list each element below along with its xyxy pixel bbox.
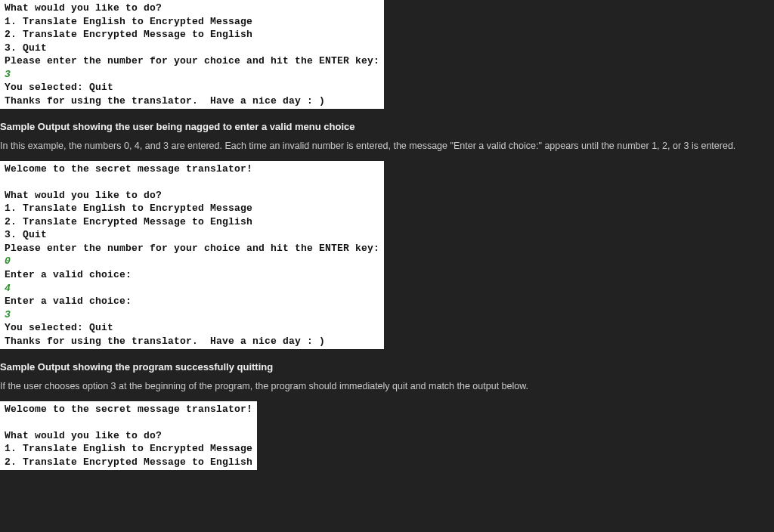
console-line: What would you like to do? — [5, 2, 379, 15]
console-blank-line — [5, 416, 252, 429]
console-user-input: 3 — [5, 68, 379, 82]
console-user-input: 4 — [5, 282, 379, 295]
console-line: 1. Translate English to Encrypted Messag… — [5, 442, 252, 456]
console-line: Enter a valid choice: — [5, 295, 379, 308]
console-user-input: 3 — [5, 308, 379, 322]
console-output-1: What would you like to do? 1. Translate … — [0, 0, 384, 109]
console-line: Thanks for using the translator. Have a … — [5, 335, 379, 348]
console-line: You selected: Quit — [5, 321, 379, 335]
console-line: Please enter the number for your choice … — [5, 242, 379, 255]
console-blank-line — [5, 175, 379, 189]
console-line: What would you like to do? — [5, 429, 252, 443]
console-line: Please enter the number for your choice … — [5, 54, 379, 68]
section-paragraph-nagged: In this example, the numbers 0, 4, and 3… — [0, 139, 774, 153]
section-heading-quitting: Sample Output showing the program succes… — [0, 360, 774, 375]
section-heading-nagged: Sample Output showing the user being nag… — [0, 119, 774, 135]
console-line: 2. Translate Encrypted Message to Englis… — [5, 28, 379, 42]
console-line: 1. Translate English to Encrypted Messag… — [5, 202, 379, 215]
console-line: Welcome to the secret message translator… — [5, 403, 252, 416]
console-line: Thanks for using the translator. Have a … — [5, 94, 379, 108]
console-user-input: 0 — [5, 255, 379, 268]
console-line: 2. Translate Encrypted Message to Englis… — [5, 456, 252, 469]
console-line: 3. Quit — [5, 228, 379, 242]
console-output-3: Welcome to the secret message translator… — [0, 401, 257, 471]
console-line: 2. Translate Encrypted Message to Englis… — [5, 215, 379, 229]
console-line: You selected: Quit — [5, 81, 379, 94]
console-line: Enter a valid choice: — [5, 268, 379, 282]
section-paragraph-quitting: If the user chooses option 3 at the begi… — [0, 379, 774, 394]
console-line: 1. Translate English to Encrypted Messag… — [5, 15, 379, 29]
console-output-2: Welcome to the secret message translator… — [0, 161, 384, 350]
console-line: Welcome to the secret message translator… — [5, 162, 379, 176]
console-line: 3. Quit — [5, 42, 379, 55]
console-line: What would you like to do? — [5, 189, 379, 203]
